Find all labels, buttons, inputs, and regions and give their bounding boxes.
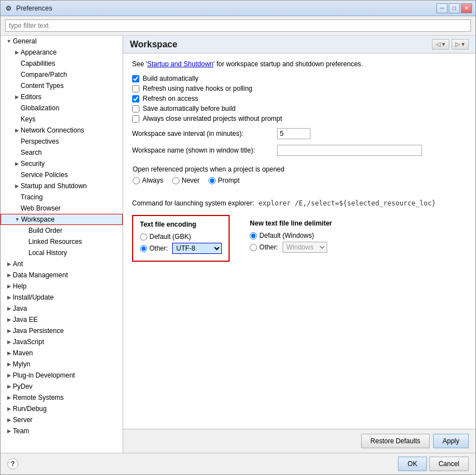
expand-icon-remote: ▶: [5, 394, 13, 401]
workspace-name-input[interactable]: [277, 145, 422, 156]
save-interval-label: Workspace save interval (in minutes):: [132, 130, 277, 138]
tree-item-web-browser[interactable]: ▶ Web Browser: [1, 203, 123, 214]
tree-item-java[interactable]: ▶ Java: [1, 303, 123, 314]
encoding-default-radio[interactable]: [140, 233, 147, 241]
tree-item-plugin-dev[interactable]: ▶ Plug-in Development: [1, 370, 123, 381]
expand-icon-install: ▶: [5, 293, 13, 301]
tree-item-linked-resources[interactable]: ▶ Linked Resources: [1, 236, 123, 247]
tree-item-content-types[interactable]: ▶ Content Types: [1, 80, 123, 91]
command-row: Command for launching system explorer: e…: [132, 199, 467, 207]
encoding-title: Text file encoding: [140, 221, 222, 228]
encoding-dropdown[interactable]: UTF-8 ISO-8859-1 US-ASCII UTF-16: [172, 243, 222, 254]
apply-button[interactable]: Apply: [433, 434, 469, 448]
tree-item-team[interactable]: ▶ Team: [1, 425, 123, 437]
expand-icon-startup: ▶: [13, 182, 21, 190]
line-delimiter-box: New text file line delimiter Default (Wi…: [243, 215, 338, 262]
delimiter-default-radio[interactable]: [250, 232, 257, 239]
refresh-native-checkbox[interactable]: [132, 85, 139, 92]
encoding-default-row: Default (GBK): [140, 233, 222, 241]
startup-shutdown-link[interactable]: Startup and Shutdown: [147, 60, 213, 68]
text-encoding-box: Text file encoding Default (GBK) Other: …: [132, 215, 230, 262]
tree-item-pydev[interactable]: ▶ PyDev: [1, 381, 123, 392]
tree-item-server[interactable]: ▶ Server: [1, 414, 123, 425]
radio-prompt-label: Prompt: [208, 177, 240, 184]
encoding-default-label: Default (GBK): [149, 233, 191, 241]
delimiter-dropdown[interactable]: Windows Unix Mac: [283, 242, 327, 253]
build-auto-label: Build automatically: [143, 75, 198, 82]
search-input[interactable]: [5, 19, 471, 32]
content-panel: Workspace ◁ ▾ ▷ ▾ See 'Startup and Shutd…: [123, 36, 475, 453]
tree-item-service-policies[interactable]: ▶ Service Policies: [1, 169, 123, 180]
radio-always[interactable]: [133, 177, 140, 184]
maximize-button[interactable]: □: [449, 3, 460, 13]
navigation-buttons: ◁ ▾ ▷ ▾: [432, 39, 469, 50]
save-interval-input[interactable]: [277, 128, 310, 139]
tree-item-java-persistence[interactable]: ▶ Java Persistence: [1, 325, 123, 336]
tree-item-perspectives[interactable]: ▶ Perspectives: [1, 136, 123, 147]
tree-item-keys[interactable]: ▶ Keys: [1, 114, 123, 125]
expand-icon-pydev: ▶: [5, 383, 13, 390]
tree-item-editors[interactable]: ▶ Editors: [1, 91, 123, 102]
expand-icon-plugin: ▶: [5, 371, 13, 379]
expand-icon-javascript: ▶: [5, 338, 13, 346]
radio-never[interactable]: [172, 177, 179, 184]
delimiter-other-radio[interactable]: [250, 244, 257, 251]
expand-icon-java: ▶: [5, 305, 13, 312]
tree-item-data-management[interactable]: ▶ Data Management: [1, 270, 123, 281]
expand-icon-editors: ▶: [13, 93, 21, 101]
tree-item-run-debug[interactable]: ▶ Run/Debug: [1, 403, 123, 414]
tree-item-maven[interactable]: ▶ Maven: [1, 347, 123, 359]
build-auto-checkbox[interactable]: [132, 75, 139, 82]
back-button[interactable]: ◁ ▾: [432, 39, 449, 50]
window-controls: ─ □ ✕: [436, 3, 472, 13]
save-before-build-checkbox[interactable]: [132, 105, 139, 112]
radio-prompt[interactable]: [208, 177, 216, 184]
forward-button[interactable]: ▷ ▾: [451, 39, 469, 50]
tree-item-java-ee[interactable]: ▶ Java EE: [1, 314, 123, 325]
tree-item-remote-systems[interactable]: ▶ Remote Systems: [1, 392, 123, 403]
expand-icon-network: ▶: [13, 126, 21, 134]
tree-item-general[interactable]: ▼ General: [1, 36, 123, 47]
help-button[interactable]: ?: [7, 458, 18, 469]
preferences-dialog: ⚙ Preferences ─ □ ✕ ▼ General ▶ Appearan…: [0, 0, 476, 475]
tree-item-capabilities[interactable]: ▶ Capabilities: [1, 58, 123, 69]
dialog-content: ▼ General ▶ Appearance ▶ Capabilities ▶ …: [1, 16, 475, 453]
expand-icon-ant: ▶: [5, 260, 13, 268]
save-interval-row: Workspace save interval (in minutes):: [132, 128, 467, 139]
minimize-button[interactable]: ─: [436, 3, 448, 13]
cancel-button[interactable]: Cancel: [429, 457, 469, 471]
tree-item-security[interactable]: ▶ Security: [1, 158, 123, 169]
encoding-section: Text file encoding Default (GBK) Other: …: [132, 215, 467, 262]
expand-icon-java-persistence: ▶: [5, 327, 13, 335]
content-header: Workspace ◁ ▾ ▷ ▾: [123, 36, 475, 53]
delimiter-other-row: Other: Windows Unix Mac: [250, 242, 332, 253]
tree-item-compare-patch[interactable]: ▶ Compare/Patch: [1, 69, 123, 80]
encoding-other-radio[interactable]: [140, 245, 147, 252]
tree-item-network-connections[interactable]: ▶ Network Connections: [1, 125, 123, 136]
tree-item-mylyn[interactable]: ▶ Mylyn: [1, 359, 123, 370]
dialog-title: Preferences: [16, 4, 436, 12]
tree-item-local-history[interactable]: ▶ Local History: [1, 247, 123, 258]
tree-item-tracing[interactable]: ▶ Tracing: [1, 192, 123, 203]
radio-always-label: Always: [133, 177, 163, 184]
tree-item-startup-shutdown[interactable]: ▶ Startup and Shutdown: [1, 180, 123, 192]
ok-button[interactable]: OK: [398, 457, 426, 471]
page-title: Workspace: [130, 40, 177, 50]
checkbox-build-auto: Build automatically: [132, 75, 467, 82]
expand-icon-mylyn: ▶: [5, 360, 13, 368]
close-button[interactable]: ✕: [461, 3, 472, 13]
refresh-access-checkbox[interactable]: [132, 95, 139, 102]
delimiter-other-label: Other:: [259, 243, 278, 251]
tree-item-search[interactable]: ▶ Search: [1, 147, 123, 158]
tree-item-ant[interactable]: ▶ Ant: [1, 258, 123, 270]
tree-item-appearance[interactable]: ▶ Appearance: [1, 47, 123, 58]
tree-item-build-order[interactable]: ▶ Build Order: [1, 225, 123, 236]
always-close-checkbox[interactable]: [132, 115, 139, 123]
expand-icon-workspace: ▼: [13, 216, 21, 223]
tree-item-globalization[interactable]: ▶ Globalization: [1, 102, 123, 114]
tree-item-install-update[interactable]: ▶ Install/Update: [1, 292, 123, 303]
restore-defaults-button[interactable]: Restore Defaults: [361, 434, 430, 448]
tree-item-workspace[interactable]: ▼ Workspace: [1, 214, 123, 225]
tree-item-help[interactable]: ▶ Help: [1, 281, 123, 292]
tree-item-javascript[interactable]: ▶ JavaScript: [1, 336, 123, 347]
